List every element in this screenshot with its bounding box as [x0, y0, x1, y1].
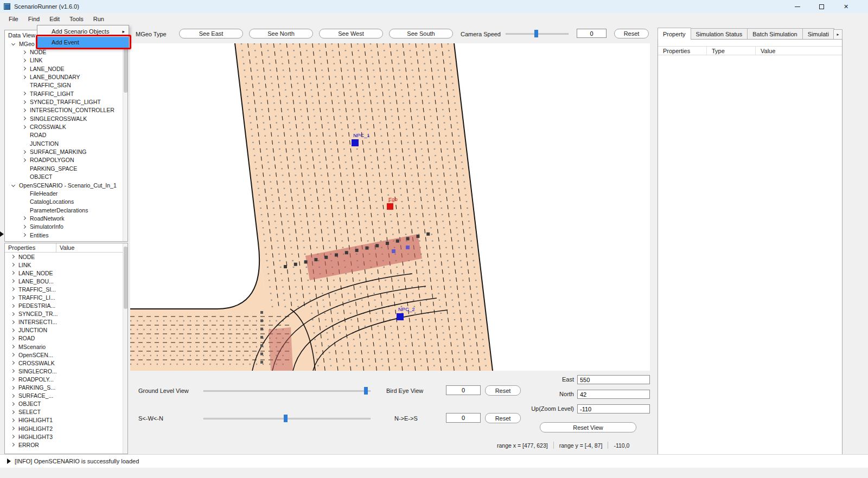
- chevron-right-icon[interactable]: [11, 443, 15, 447]
- rotation-input[interactable]: [446, 413, 481, 423]
- minimize-button[interactable]: [785, 0, 809, 13]
- dataview-scrollbar[interactable]: [123, 30, 127, 241]
- east-input[interactable]: [577, 375, 650, 384]
- edit-menu-item-add-event[interactable]: Add Event: [37, 37, 129, 48]
- camera-speed-input[interactable]: [577, 29, 607, 38]
- tree-item-surface-marking[interactable]: SURFACE_MARKING: [5, 147, 127, 156]
- north-input[interactable]: [577, 390, 650, 399]
- chevron-right-icon[interactable]: [22, 125, 26, 129]
- button-see-south[interactable]: See South: [389, 29, 453, 38]
- chevron-right-icon[interactable]: [22, 75, 26, 79]
- property-row-synced-tr[interactable]: SYNCED_TR...: [5, 310, 127, 318]
- chevron-right-icon[interactable]: [11, 377, 15, 381]
- chevron-right-icon[interactable]: [11, 320, 15, 324]
- slider-thumb[interactable]: [364, 387, 368, 395]
- button-see-north[interactable]: See North: [249, 29, 313, 38]
- bird-eye-input[interactable]: [446, 385, 481, 395]
- splitter-handle-icon[interactable]: [0, 231, 4, 237]
- chevron-right-icon[interactable]: [11, 263, 15, 267]
- chevron-right-icon[interactable]: [22, 67, 26, 70]
- property-row-node[interactable]: NODE: [5, 253, 127, 261]
- chevron-right-icon[interactable]: [22, 117, 26, 120]
- property-row-singlecro[interactable]: SINGLECRO...: [5, 367, 127, 375]
- chevron-right-icon[interactable]: [11, 271, 15, 275]
- chevron-right-icon[interactable]: [11, 328, 15, 332]
- chevron-right-icon[interactable]: [11, 255, 15, 259]
- close-button[interactable]: ✕: [834, 0, 858, 13]
- chevron-right-icon[interactable]: [11, 304, 15, 308]
- property-row-road[interactable]: ROAD: [5, 334, 127, 343]
- tree-item-entities[interactable]: Entities: [5, 231, 127, 239]
- property-row-crosswalk[interactable]: CROSSWALK: [5, 359, 127, 367]
- chevron-right-icon[interactable]: [11, 394, 15, 398]
- tree-item-lane-boundary[interactable]: LANE_BOUNDARY: [5, 73, 127, 81]
- menu-edit[interactable]: Edit: [44, 14, 65, 24]
- tree-item-roadpolygon[interactable]: ROADPOLYGON: [5, 156, 127, 164]
- property-row-highlight2[interactable]: HIGHLIGHT2: [5, 424, 127, 432]
- tab-property[interactable]: Property: [658, 28, 691, 40]
- chevron-right-icon[interactable]: [11, 337, 15, 340]
- chevron-right-icon[interactable]: [22, 100, 26, 104]
- chevron-down-icon[interactable]: [11, 183, 15, 187]
- chevron-right-icon[interactable]: [11, 312, 15, 316]
- rotation-reset-button[interactable]: Reset: [485, 413, 521, 423]
- property-row-highlight1[interactable]: HIGHLIGHT1: [5, 416, 127, 424]
- tree-item-junction[interactable]: JUNCTION: [5, 139, 127, 147]
- chevron-right-icon[interactable]: [11, 279, 15, 283]
- tree-item-parking-space[interactable]: PARKING_SPACE: [5, 164, 127, 172]
- property-row-intersecti[interactable]: INTERSECTI...: [5, 318, 127, 326]
- entity-npc-1[interactable]: [352, 139, 359, 146]
- tree-item-cataloglocations[interactable]: CatalogLocations: [5, 198, 127, 206]
- property-row-lane-node[interactable]: LANE_NODE: [5, 269, 127, 277]
- chevron-right-icon[interactable]: [11, 402, 15, 406]
- chevron-right-icon[interactable]: [11, 353, 15, 357]
- property-row-openscen[interactable]: OpenSCEN...: [5, 351, 127, 359]
- rotation-slider[interactable]: [203, 415, 371, 422]
- tab-simulati[interactable]: Simulati: [803, 28, 834, 40]
- edit-menu-item-add-scenario-objects[interactable]: Add Scenario Objects▸: [37, 26, 129, 37]
- chevron-right-icon[interactable]: [11, 427, 15, 430]
- tree-item-intersection-controller[interactable]: INTERSECTION_CONTROLLER: [5, 106, 127, 114]
- tree-item-crosswalk[interactable]: CROSSWALK: [5, 122, 127, 131]
- tree-item-traffic-light[interactable]: TRAFFIC_LIGHT: [5, 89, 127, 98]
- button-see-west[interactable]: See West: [319, 29, 383, 38]
- camera-speed-reset-button[interactable]: Reset: [614, 29, 649, 38]
- chevron-right-icon[interactable]: [11, 418, 15, 422]
- menu-tools[interactable]: Tools: [65, 14, 88, 24]
- property-row-error[interactable]: ERROR: [5, 441, 127, 449]
- property-row-pedestria[interactable]: PEDESTRIA...: [5, 302, 127, 310]
- chevron-right-icon[interactable]: [11, 361, 15, 365]
- tree-item-parameterdeclarations[interactable]: ParameterDeclarations: [5, 206, 127, 214]
- scrollbar-thumb[interactable]: [124, 41, 127, 93]
- property-row-object[interactable]: OBJECT: [5, 400, 127, 408]
- camera-speed-slider[interactable]: [506, 30, 569, 37]
- tree-item-simulatorinfo[interactable]: SimulatorInfo: [5, 223, 127, 231]
- chevron-right-icon[interactable]: [22, 50, 26, 54]
- chevron-right-icon[interactable]: [22, 158, 26, 162]
- chevron-right-icon[interactable]: [11, 386, 15, 390]
- entity-ego[interactable]: [387, 203, 393, 210]
- property-row-select[interactable]: SELECT: [5, 408, 127, 416]
- button-see-east[interactable]: See East: [179, 29, 243, 38]
- property-row-traffic-li[interactable]: TRAFFIC_LI...: [5, 293, 127, 301]
- property-row-mscenario[interactable]: MScenario: [5, 343, 127, 351]
- chevron-right-icon[interactable]: [22, 150, 26, 154]
- scrollbar-thumb[interactable]: [124, 247, 127, 309]
- property-row-junction[interactable]: JUNCTION: [5, 326, 127, 334]
- tree-item-lane-node[interactable]: LANE_NODE: [5, 64, 127, 73]
- tree-item-openscenario-scenario-cut-in-1[interactable]: OpenSCENARIO - Scenario_Cut_In_1: [5, 181, 127, 189]
- up-zoom-input[interactable]: [577, 404, 650, 414]
- slider-thumb[interactable]: [534, 30, 538, 37]
- property-row-surface[interactable]: SURFACE_...: [5, 392, 127, 400]
- chevron-right-icon[interactable]: [22, 108, 26, 112]
- chevron-down-icon[interactable]: [11, 42, 15, 46]
- menu-run[interactable]: Run: [88, 14, 109, 24]
- menu-find[interactable]: Find: [23, 14, 44, 24]
- tree-item-singlecrosswalk[interactable]: SINGLECROSSWALK: [5, 114, 127, 122]
- tree-item-node[interactable]: NODE: [5, 48, 127, 56]
- property-row-highlight3[interactable]: HIGHLIGHT3: [5, 432, 127, 441]
- chevron-right-icon[interactable]: [11, 287, 15, 291]
- tree-item-roadnetwork[interactable]: RoadNetwork: [5, 214, 127, 222]
- tree-item-fileheader[interactable]: FileHeader: [5, 189, 127, 197]
- map-viewport[interactable]: NPC_1EgoNPC_2: [130, 43, 650, 371]
